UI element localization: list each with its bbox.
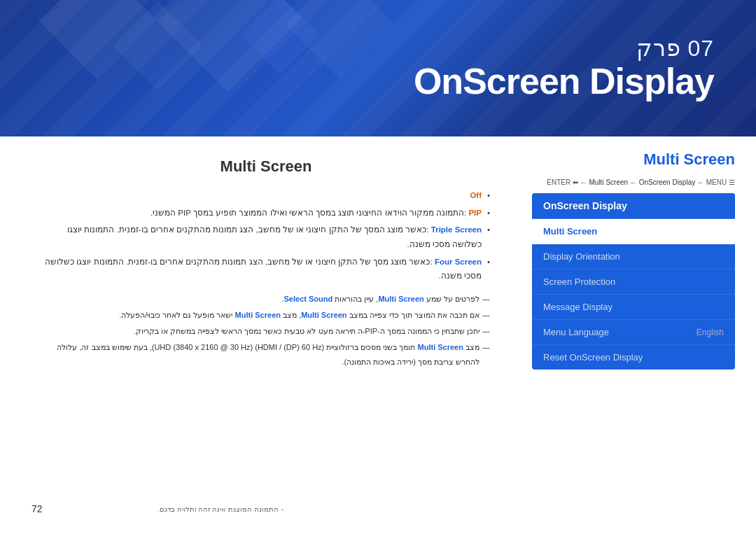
list-item-four: Four Screen :כאשר מוצג מסך של התקן חיצונ…: [42, 255, 490, 283]
chapter-title: OnScreen Display: [414, 62, 714, 101]
text-triple: :כאשר מוצג המסך של התקן חיצוני או של מחש…: [67, 225, 482, 248]
highlight-triple: Triple Screen: [431, 225, 482, 234]
menu-item-screen-protection-label: Screen Protection: [543, 276, 615, 287]
highlight-off: Off: [470, 191, 482, 199]
menu-item-message-display[interactable]: Message Display: [532, 295, 735, 320]
right-panel-title: Multi Screen: [532, 150, 735, 169]
nav-breadcrumb: ENTER ⬅ ← Multi Screen ← OnScreen Displa…: [532, 178, 735, 186]
menu-item-display-orientation[interactable]: Display Orientation: [532, 244, 735, 269]
footnote: התמונה המוצגת אינה זהה ותלויה בדגם.: [0, 505, 441, 513]
highlight-four: Four Screen: [435, 258, 482, 266]
breadcrumb-onscreen: OnScreen Display: [639, 178, 696, 186]
menu-item-menu-language-label: Menu Language: [543, 327, 609, 337]
text-pip: :התמונה ממקור הוידאו החיצוני תוצג במסך ה…: [150, 209, 466, 217]
menu-item-menu-language[interactable]: Menu Language English: [532, 320, 735, 345]
menu-item-multiscreen[interactable]: Multi Screen: [532, 219, 735, 244]
list-item-off: Off: [42, 188, 490, 203]
page-number: 72: [31, 503, 43, 514]
left-panel: Multi Screen Off PIP :התמונה ממקור הוידא…: [0, 136, 518, 534]
menu-item-reset-onscreen-label: Reset OnScreen Display: [543, 352, 643, 363]
bullet-list: Off PIP :התמונה ממקור הוידאו החיצוני תוצ…: [42, 188, 490, 283]
note-2: אם תכבה את המוצר תוך כדי צפייה במצב Mult…: [42, 308, 490, 323]
menu-header: OnScreen Display: [532, 193, 735, 219]
text-four: :כאשר מוצג מסך של התקן חיצוני או של מחשב…: [45, 258, 482, 281]
breadcrumb-multiscreen: Multi Screen: [589, 178, 628, 186]
list-item-pip: PIP :התמונה ממקור הוידאו החיצוני תוצג במ…: [42, 206, 490, 220]
highlight-pip: PIP: [468, 209, 482, 217]
menu-item-message-display-label: Message Display: [543, 302, 612, 312]
header-banner: 07 פרק OnScreen Display: [0, 0, 756, 136]
menu-item-display-orientation-label: Display Orientation: [543, 251, 620, 262]
menu-item-menu-language-value: English: [696, 328, 724, 337]
note-1: לפרטים על שמע Multi Screen, עיין בהוראות…: [42, 292, 490, 307]
menu-item-reset-onscreen[interactable]: Reset OnScreen Display: [532, 345, 735, 370]
menu-box: OnScreen Display Multi Screen Display Or…: [532, 193, 735, 370]
header-text-block: 07 פרק OnScreen Display: [414, 0, 714, 136]
note-4: מצב Multi Screen תומך בשני מסכים ברזולוצ…: [42, 340, 490, 370]
menu-item-multiscreen-label: Multi Screen: [543, 226, 597, 237]
note-3: יתכן שתבחין כי הממונה במסך ה-PIP-ה תיראה…: [42, 324, 490, 339]
notes-section: לפרטים על שמע Multi Screen, עיין בהוראות…: [42, 292, 490, 369]
list-item-triple: Triple Screen :כאשר מוצג המסך של התקן חי…: [42, 223, 490, 251]
right-panel: Multi Screen ENTER ⬅ ← Multi Screen ← On…: [518, 136, 756, 534]
menu-item-screen-protection[interactable]: Screen Protection: [532, 269, 735, 295]
main-content: Multi Screen Off PIP :התמונה ממקור הוידא…: [0, 136, 756, 534]
chapter-number: 07 פרק: [636, 35, 714, 62]
left-panel-title: Multi Screen: [42, 157, 490, 176]
